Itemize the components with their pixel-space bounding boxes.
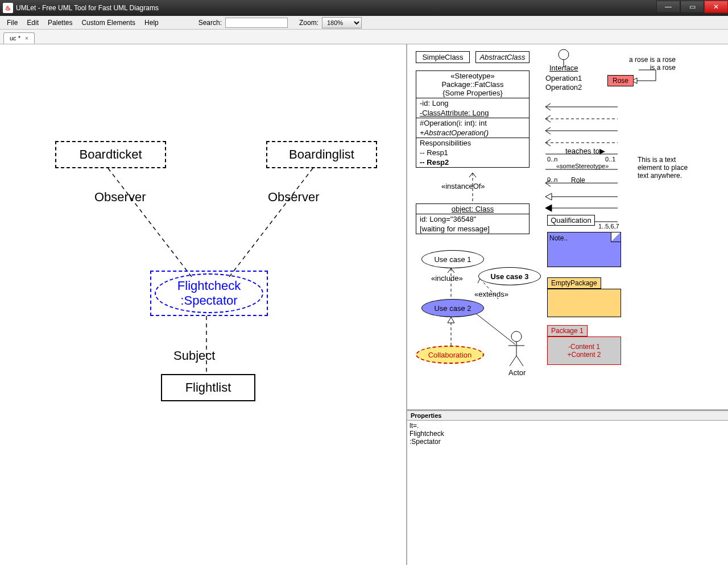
palette-emptypkg-body[interactable] xyxy=(547,289,621,317)
palette-abstractclass[interactable]: AbstractClass xyxy=(475,51,530,63)
svg-marker-22 xyxy=(448,317,454,323)
palette-object[interactable]: object: Class id: Long="36548" [waiting … xyxy=(416,203,530,234)
menu-help[interactable]: Help xyxy=(140,18,163,28)
palette-extends: «extends» xyxy=(474,290,508,298)
menu-file[interactable]: File xyxy=(2,18,22,28)
flightcheck-label: Flightcheck xyxy=(177,279,241,293)
search-input[interactable] xyxy=(225,18,288,28)
observer-label-1: Observer xyxy=(94,190,146,205)
boardticket-box[interactable]: Boardticket xyxy=(55,141,166,168)
titlebar: ♨ UMLet - Free UML Tool for Fast UML Dia… xyxy=(0,0,728,16)
palette-qual[interactable]: Qualification xyxy=(547,215,595,226)
subject-label: Subject xyxy=(173,348,215,363)
tabbar: uc * × xyxy=(0,30,728,44)
spectator-label: :Spectator xyxy=(180,293,237,308)
properties-panel xyxy=(407,421,728,565)
tab-close-icon[interactable]: × xyxy=(25,35,28,41)
search-label: Search: xyxy=(198,19,222,27)
svg-line-1 xyxy=(228,168,313,279)
svg-line-0 xyxy=(108,168,193,279)
svg-line-28 xyxy=(516,356,523,366)
palette-uc2[interactable]: Use case 2 xyxy=(421,299,484,317)
svg-marker-12 xyxy=(545,193,552,200)
svg-point-15 xyxy=(559,49,569,60)
svg-marker-14 xyxy=(545,205,552,211)
palette-fatclass[interactable]: «Stereotype»Package::FatClass{Some Prope… xyxy=(416,70,530,168)
observer-label-2: Observer xyxy=(268,190,319,205)
svg-line-23 xyxy=(475,313,515,344)
palette-uc3[interactable]: Use case 3 xyxy=(478,267,541,285)
menu-custom[interactable]: Custom Elements xyxy=(77,18,140,28)
palette-pkg1-body[interactable]: -Content 1 +Content 2 xyxy=(547,336,621,365)
maximize-button[interactable]: ▭ xyxy=(680,1,704,13)
zoom-select[interactable]: 180% xyxy=(322,17,362,28)
diagram-canvas[interactable]: Boardticket Boardinglist Observer Observ… xyxy=(0,44,407,565)
tab-uc[interactable]: uc * × xyxy=(3,32,35,44)
palette-collab[interactable]: Collaboration xyxy=(416,346,484,364)
palette-textelem: This is a text element to place text any… xyxy=(638,156,689,180)
palette-rosetext: a rose is a rose is a rose xyxy=(629,56,676,72)
palette-rose[interactable]: Rose xyxy=(607,75,634,86)
palette-include: «include» xyxy=(431,274,463,282)
boardticket-label: Boardticket xyxy=(79,147,142,162)
menu-edit[interactable]: Edit xyxy=(22,18,43,28)
properties-header: Properties xyxy=(407,410,728,421)
boardinglist-label: Boardinglist xyxy=(289,147,354,162)
close-button[interactable]: ✕ xyxy=(704,1,728,13)
palette-actor-label: Actor xyxy=(508,368,526,377)
svg-point-24 xyxy=(511,331,522,342)
minimize-button[interactable]: — xyxy=(656,1,680,13)
palette-uc1[interactable]: Use case 1 xyxy=(421,250,484,268)
palette-simpleclass[interactable]: SimpleClass xyxy=(416,51,470,63)
window-title: UMLet - Free UML Tool for Fast UML Diagr… xyxy=(16,4,656,12)
java-icon: ♨ xyxy=(3,3,13,13)
palette-interface: Interface xyxy=(549,64,578,72)
menu-palettes[interactable]: Palettes xyxy=(43,18,77,28)
palette-note[interactable]: Note.. xyxy=(547,232,621,267)
flightlist-box[interactable]: Flightlist xyxy=(161,374,255,401)
palette-pkg1-tab[interactable]: Package 1 xyxy=(547,325,588,336)
svg-line-27 xyxy=(510,356,516,366)
boardinglist-box[interactable]: Boardinglist xyxy=(266,141,377,168)
palette-emptypkg-tab[interactable]: EmptyPackage xyxy=(547,277,601,289)
flightcheck-ellipse[interactable]: Flightcheck :Spectator xyxy=(155,273,263,313)
menubar: File Edit Palettes Custom Elements Help … xyxy=(0,16,728,30)
flightlist-label: Flightlist xyxy=(185,380,231,395)
tab-label: uc * xyxy=(10,35,20,41)
zoom-label: Zoom: xyxy=(299,19,318,27)
palette-panel[interactable]: SimpleClass AbstractClass «Stereotype»Pa… xyxy=(407,44,728,410)
properties-textarea[interactable] xyxy=(407,421,728,565)
palette-instanceof: «instanceOf» xyxy=(441,182,485,190)
